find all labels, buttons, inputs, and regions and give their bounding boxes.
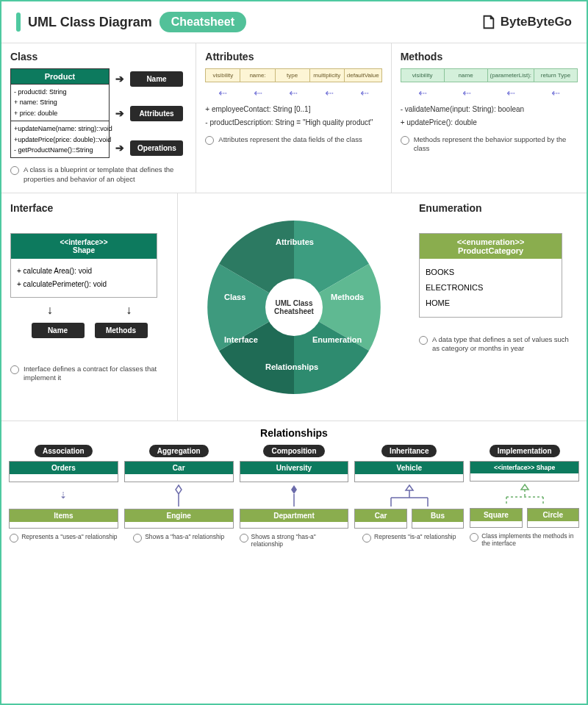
arrow-down-icon: ↓ — [126, 304, 132, 317]
rel-association: Association Orders ⇣ Items Represents a … — [9, 445, 118, 548]
methods-panel-title: Methods — [401, 51, 578, 62]
enum-head: <<enumeration>> ProductCategory — [420, 234, 562, 259]
bullet-icon — [10, 534, 18, 543]
rel-inheritance: Inheritance Vehicle Car Bus Represents "… — [354, 445, 464, 548]
wheel-panel: UML Class Cheatsheet Attributes Methods … — [178, 193, 410, 421]
uml-ops: +updateName(name: string)::void +updateP… — [11, 121, 109, 157]
bullet-icon — [470, 533, 478, 542]
method-example-1: - validateName(input: String): boolean — [401, 104, 578, 115]
rel-note: Represents a "uses-a" relationship — [10, 533, 117, 543]
enum-note: A data type that defines a set of values… — [419, 335, 578, 354]
middle-row: Interface <<interface>> Shape + calculat… — [1, 193, 587, 421]
method-note: Methods represent the behavior supported… — [401, 135, 578, 154]
attr-syntax-table: visibility name: type multiplicity defau… — [205, 68, 381, 82]
dash-arrows: ⇣⇣⇣⇣ — [401, 85, 578, 101]
bullet-icon — [205, 136, 214, 145]
bullet-icon — [401, 136, 409, 145]
bullet-icon — [10, 166, 19, 175]
class-panel: Class Product - productId: String + name… — [1, 43, 196, 193]
methods-panel: Methods visibility name (parameterList):… — [392, 43, 587, 193]
attributes-panel-title: Attributes — [205, 51, 381, 62]
rel-tag: Association — [35, 445, 93, 457]
label-name: Name — [130, 71, 183, 87]
uml-class-name: Product — [11, 69, 109, 84]
class-note: A class is a blueprint or template that … — [10, 165, 187, 184]
rel-note: Shows a strong "has-a" relationship — [240, 533, 349, 548]
label-methods: Methods — [95, 323, 148, 338]
slice-methods: Methods — [331, 293, 364, 301]
inheritance-arrow-icon — [380, 482, 439, 509]
rel-tag: Implementation — [490, 445, 560, 457]
method-example-2: + updatePrice(): double — [401, 118, 578, 128]
relationships-panel: Relationships Association Orders ⇣ Items… — [1, 421, 587, 558]
implementation-arrow-icon — [495, 482, 554, 508]
interface-panel-title: Interface — [10, 202, 168, 214]
rel-note: Shows a "has-a" relationship — [133, 533, 224, 543]
rel-tag: Aggregation — [149, 445, 209, 457]
brand-icon — [480, 14, 496, 30]
uml-attrs: - productId: String + name: String + pri… — [11, 84, 109, 121]
subtitle-pill: Cheatsheet — [159, 12, 246, 32]
bullet-icon — [419, 336, 428, 345]
slice-attributes: Attributes — [276, 237, 314, 246]
slice-interface: Interface — [224, 335, 258, 344]
label-operations: Operations — [130, 140, 183, 156]
slice-relationships: Relationships — [265, 362, 318, 371]
arrow-down-icon: ↓ — [47, 304, 53, 317]
attr-example-2: - productDescription: String = "High qua… — [205, 118, 381, 128]
relationships-grid: Association Orders ⇣ Items Represents a … — [9, 445, 579, 548]
accent-bar — [16, 12, 21, 32]
class-panel-title: Class — [10, 51, 187, 62]
attr-note: Attributes represent the data fields of … — [205, 135, 381, 145]
rel-composition: Composition University Department Shows … — [240, 445, 349, 548]
arrow-right-icon: ➔ — [115, 107, 124, 119]
slice-class: Class — [224, 293, 245, 301]
down-arrows: ↓↓ — [10, 304, 168, 317]
arrow-right-icon: ➔ — [115, 142, 124, 154]
interface-box: <<interface>> Shape + calculate Area(): … — [10, 233, 157, 298]
rel-tag: Inheritance — [381, 445, 437, 457]
enum-box: <<enumeration>> ProductCategory BOOKS EL… — [419, 233, 562, 318]
rel-note: Represents "is-a" relationship — [362, 533, 456, 543]
interface-note: Interface defines a contract for classes… — [10, 365, 168, 383]
dash-arrows: ⇣⇣⇣⇣⇣ — [205, 85, 381, 101]
method-syntax-table: visibility name (parameterList): return … — [401, 68, 578, 82]
relationships-title: Relationships — [9, 427, 579, 439]
page-title: UML Class Diagram — [28, 15, 152, 30]
enum-values: BOOKS ELECTRONICS HOME — [420, 259, 562, 317]
bullet-icon — [240, 534, 248, 543]
association-arrow-icon: ⇣ — [60, 482, 67, 509]
rel-note: Class implements the methods in the inte… — [470, 532, 579, 547]
enumeration-panel: Enumeration <<enumeration>> ProductCateg… — [410, 193, 587, 421]
top-row: Class Product - productId: String + name… — [1, 43, 587, 193]
interface-methods: + calculate Area(): void + calculatePeri… — [11, 259, 157, 297]
wheel-center: UML Class Cheatsheet — [265, 279, 323, 336]
rel-tag: Composition — [263, 445, 324, 457]
uml-class-box: Product - productId: String + name: Stri… — [10, 68, 110, 158]
enumeration-panel-title: Enumeration — [419, 202, 578, 214]
label-name: Name — [32, 323, 85, 338]
attributes-panel: Attributes visibility name: type multipl… — [196, 43, 391, 193]
attr-example-1: + employeeContact: String [0..1] — [205, 104, 381, 115]
label-attributes: Attributes — [130, 106, 183, 121]
arrow-right-icon: ➔ — [115, 73, 124, 85]
slice-enumeration: Enumeration — [312, 335, 362, 344]
bullet-icon — [133, 534, 142, 543]
bullet-icon — [10, 365, 19, 374]
bullet-icon — [362, 534, 371, 543]
interface-head: <<interface>> Shape — [11, 234, 157, 259]
rel-implementation: Implementation <<interface>> Shape Squar… — [470, 445, 579, 548]
wheel-diagram: UML Class Cheatsheet Attributes Methods … — [202, 215, 386, 399]
brand-text: ByteByteGo — [501, 15, 572, 29]
aggregation-arrow-icon — [173, 482, 184, 509]
interface-panel: Interface <<interface>> Shape + calculat… — [1, 193, 178, 421]
header: UML Class Diagram Cheatsheet ByteByteGo — [1, 1, 587, 43]
composition-arrow-icon — [289, 482, 299, 509]
rel-aggregation: Aggregation Car Engine Shows a "has-a" r… — [124, 445, 234, 548]
brand-logo: ByteByteGo — [480, 14, 572, 30]
